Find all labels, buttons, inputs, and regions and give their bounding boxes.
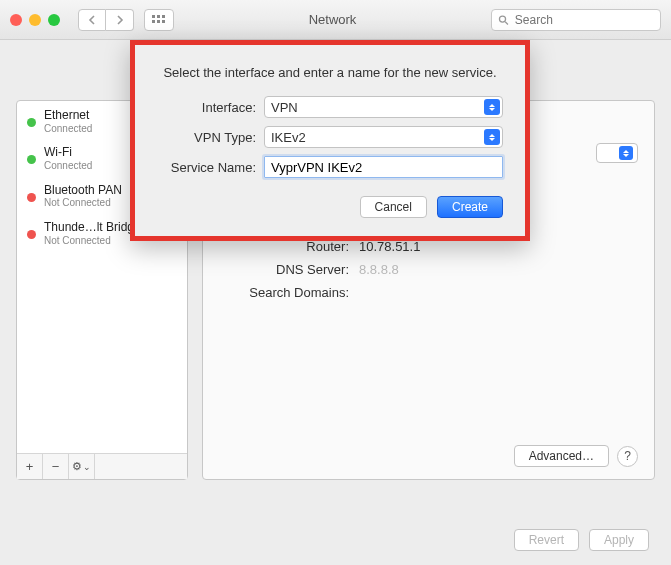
- svg-line-7: [505, 21, 508, 24]
- service-name-input[interactable]: [264, 156, 503, 178]
- apply-button[interactable]: Apply: [589, 529, 649, 551]
- nav-back-forward: [78, 9, 134, 31]
- service-state: Connected: [44, 160, 92, 172]
- popup-stepper-icon: [619, 146, 633, 160]
- search-field-wrap[interactable]: [491, 9, 661, 31]
- chevron-left-icon: [88, 15, 96, 25]
- service-state: Not Connected: [44, 235, 141, 247]
- service-options-button[interactable]: ⚙︎⌄: [69, 454, 95, 479]
- service-name: Wi-Fi: [44, 146, 92, 160]
- minimize-window-button[interactable]: [29, 14, 41, 26]
- new-service-sheet: Select the interface and enter a name fo…: [130, 40, 530, 241]
- vpn-type-value: IKEv2: [271, 130, 306, 145]
- grid-icon: [152, 15, 166, 25]
- show-all-button[interactable]: [144, 9, 174, 31]
- titlebar: Network: [0, 0, 671, 40]
- footer-actions: Revert Apply: [514, 529, 649, 551]
- select-stepper-icon: [484, 129, 500, 145]
- svg-rect-5: [162, 20, 165, 23]
- revert-button[interactable]: Revert: [514, 529, 579, 551]
- remove-service-button[interactable]: −: [43, 454, 69, 479]
- zoom-window-button[interactable]: [48, 14, 60, 26]
- search-input[interactable]: [513, 12, 654, 28]
- add-service-button[interactable]: +: [17, 454, 43, 479]
- svg-rect-2: [162, 15, 165, 18]
- sheet-instruction: Select the interface and enter a name fo…: [157, 65, 503, 80]
- gear-icon: ⚙︎: [72, 460, 82, 473]
- chevron-down-icon: ⌄: [83, 462, 91, 472]
- service-name: Thunde…lt Bridge: [44, 221, 141, 235]
- status-dot-icon: [27, 155, 36, 164]
- search-icon: [498, 14, 509, 26]
- service-state: Connected: [44, 123, 92, 135]
- chevron-right-icon: [116, 15, 124, 25]
- svg-rect-4: [157, 20, 160, 23]
- create-button[interactable]: Create: [437, 196, 503, 218]
- vpn-type-label: VPN Type:: [157, 130, 256, 145]
- service-name-label: Service Name:: [157, 160, 256, 175]
- service-state: Not Connected: [44, 197, 122, 209]
- interface-select[interactable]: VPN: [264, 96, 503, 118]
- svg-point-6: [499, 16, 505, 22]
- status-dot-icon: [27, 193, 36, 202]
- kv-label: DNS Server:: [219, 262, 349, 277]
- svg-rect-3: [152, 20, 155, 23]
- cancel-button[interactable]: Cancel: [360, 196, 427, 218]
- window-body: the IP Ethernet Connected Wi-Fi Connecte…: [0, 40, 671, 565]
- select-stepper-icon: [484, 99, 500, 115]
- service-name: Ethernet: [44, 109, 92, 123]
- kv-label: Search Domains:: [219, 285, 349, 300]
- service-name: Bluetooth PAN: [44, 184, 122, 198]
- advanced-button[interactable]: Advanced…: [514, 445, 609, 467]
- close-window-button[interactable]: [10, 14, 22, 26]
- window-controls: [10, 14, 60, 26]
- vpn-type-select[interactable]: IKEv2: [264, 126, 503, 148]
- router-value: 10.78.51.1: [359, 239, 420, 254]
- help-button[interactable]: ?: [617, 446, 638, 467]
- back-button[interactable]: [78, 9, 106, 31]
- svg-rect-1: [157, 15, 160, 18]
- status-dot-icon: [27, 230, 36, 239]
- svg-rect-0: [152, 15, 155, 18]
- configure-popup[interactable]: [596, 143, 638, 163]
- interface-label: Interface:: [157, 100, 256, 115]
- interface-value: VPN: [271, 100, 298, 115]
- status-dot-icon: [27, 118, 36, 127]
- dns-server-value: 8.8.8.8: [359, 262, 399, 277]
- window-title: Network: [184, 12, 481, 27]
- forward-button[interactable]: [106, 9, 134, 31]
- kv-label: Router:: [219, 239, 349, 254]
- service-actions-bar: + − ⚙︎⌄: [17, 453, 187, 479]
